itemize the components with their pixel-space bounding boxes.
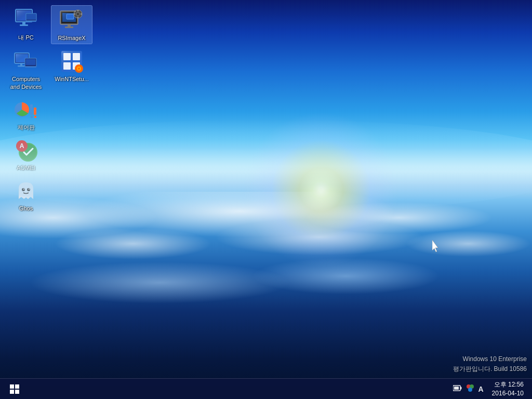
winntsetu-icon xyxy=(59,49,84,74)
taskbar: A 오후 12:56 2016-04-10 xyxy=(0,378,532,399)
battery-icon[interactable] xyxy=(453,384,462,393)
desktop-icon-rsimagex[interactable]: RSImageX xyxy=(51,5,92,44)
svg-rect-27 xyxy=(20,63,22,65)
watermark-line2: 평가판입니다. Build 10586 xyxy=(453,364,527,374)
desktop-icon-aomei[interactable]: A AOMEI xyxy=(5,136,47,174)
taskbar-right: A 오후 12:56 2016-04-10 xyxy=(453,380,528,398)
windows-logo-icon xyxy=(10,384,19,394)
computers-devices-label: Computersand Devices xyxy=(10,75,42,90)
desktop-icon-computers-devices[interactable]: Computersand Devices xyxy=(5,47,47,92)
svg-rect-7 xyxy=(20,24,28,26)
mouse-cursor xyxy=(432,240,441,255)
aomei-icon: A xyxy=(14,138,38,163)
svg-rect-36 xyxy=(63,62,71,70)
svg-rect-43 xyxy=(34,108,36,115)
svg-rect-56 xyxy=(460,387,462,390)
clock-time: 오후 12:56 xyxy=(494,380,524,389)
rsimagex-icon xyxy=(59,8,84,33)
control-panel-icon xyxy=(14,97,38,122)
icon-row-2: 제어판 xyxy=(5,95,92,133)
svg-rect-28 xyxy=(18,65,25,67)
computers-devices-icon xyxy=(14,49,38,74)
svg-point-51 xyxy=(27,188,30,191)
clock-date: 2016-04-10 xyxy=(492,389,524,398)
svg-point-59 xyxy=(468,388,472,392)
desktop-icon-mypc[interactable]: 내 PC xyxy=(5,5,47,44)
svg-point-18 xyxy=(77,13,79,15)
svg-rect-20 xyxy=(77,17,79,18)
clock-area[interactable]: 오후 12:56 2016-04-10 xyxy=(488,380,528,398)
icons-area: 내 PC xyxy=(5,5,92,215)
svg-rect-15 xyxy=(65,26,73,28)
svg-rect-55 xyxy=(454,387,459,390)
svg-rect-34 xyxy=(63,53,71,60)
svg-rect-30 xyxy=(26,59,36,65)
watermark: Windows 10 Enterprise 평가판입니다. Build 1058… xyxy=(453,354,527,374)
svg-rect-5 xyxy=(26,21,36,22)
mypc-icon xyxy=(14,7,38,32)
desktop-icon-winntsetu[interactable]: WinNTSetu... xyxy=(51,47,92,92)
svg-rect-45 xyxy=(34,116,36,118)
control-panel-label: 제어판 xyxy=(18,124,35,131)
icon-row-4: Ghos xyxy=(5,176,92,214)
icon-row-3: A AOMEI xyxy=(5,136,92,174)
svg-rect-22 xyxy=(81,14,82,15)
svg-rect-44 xyxy=(31,116,33,118)
svg-point-50 xyxy=(22,188,25,191)
start-button[interactable] xyxy=(4,379,25,400)
svg-rect-4 xyxy=(26,14,36,20)
mypc-label: 내 PC xyxy=(18,34,33,41)
svg-point-53 xyxy=(29,189,30,190)
color-icon[interactable] xyxy=(466,383,475,394)
system-tray: A xyxy=(453,383,483,394)
language-indicator[interactable]: A xyxy=(478,385,483,393)
desktop-icon-ghost[interactable]: Ghos xyxy=(5,176,47,214)
desktop: 내 PC xyxy=(0,0,532,399)
ghost-icon xyxy=(14,178,38,203)
svg-rect-14 xyxy=(68,24,71,26)
rsimagex-label: RSImageX xyxy=(58,34,85,42)
aomei-label: AOMEI xyxy=(17,164,35,171)
svg-rect-19 xyxy=(77,10,79,11)
svg-point-52 xyxy=(23,189,24,190)
icon-row-0: 내 PC xyxy=(5,5,92,44)
svg-text:A: A xyxy=(20,142,24,150)
svg-rect-6 xyxy=(22,22,25,24)
svg-rect-31 xyxy=(25,66,36,68)
svg-rect-21 xyxy=(74,14,75,15)
svg-rect-42 xyxy=(30,104,33,115)
taskbar-left xyxy=(4,379,25,400)
icon-row-1: Computersand Devices xyxy=(5,47,92,92)
svg-rect-13 xyxy=(66,14,74,19)
winntsetu-label: WinNTSetu... xyxy=(55,75,88,83)
watermark-line1: Windows 10 Enterprise xyxy=(453,354,527,364)
svg-rect-35 xyxy=(73,53,80,60)
ghost-label: Ghos xyxy=(19,205,33,212)
svg-point-40 xyxy=(78,68,80,70)
desktop-icon-control-panel[interactable]: 제어판 xyxy=(5,95,47,133)
